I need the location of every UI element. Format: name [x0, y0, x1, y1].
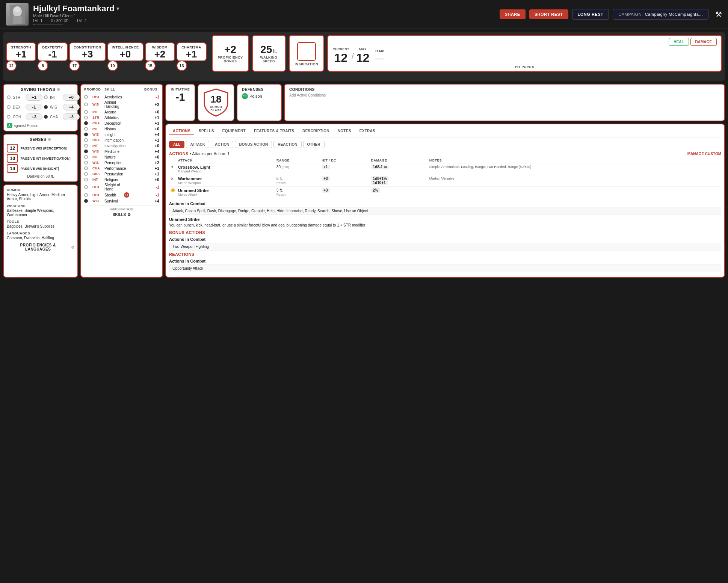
current-hp-label: CURRENT [332, 47, 349, 51]
skill-stealth: DEX Stealth D -1 [84, 192, 159, 198]
tab-actions[interactable]: ACTIONS [169, 127, 194, 135]
svg-point-2 [14, 6, 20, 12]
share-button[interactable]: SHARE [500, 9, 526, 19]
skill-performance: CHA Performance +1 [84, 166, 159, 171]
inspiration-box[interactable] [297, 42, 316, 61]
filter-reaction[interactable]: REACTION [273, 141, 301, 148]
table-row: ✊ Unarmed Strike Melee Attack 5 ft.Reach… [169, 187, 721, 198]
add-conditions-button[interactable]: Add Active Conditions [289, 93, 720, 97]
skill-athletics: STR Athletics +1 [84, 115, 159, 120]
skill-animal-handling: WIS Animal Handling +2 [84, 100, 159, 109]
header-actions: SHARE SHORT REST LONG REST CAMPAIGN: Cam… [500, 9, 722, 20]
abilities-and-stats-section: STRENGTH +1 12 DEXTERITY -1 8 CONSTITUTI… [3, 32, 725, 81]
tab-features-traits[interactable]: FEATURES & TRAITS [250, 127, 298, 135]
reactions-combat-box: Opportunity Attack [169, 264, 721, 272]
darkvision-text: Darkvision 60 ft. [7, 174, 74, 178]
cha-prof-dot [44, 115, 48, 119]
walking-value: 25 [260, 44, 272, 56]
con-score[interactable]: 17 [69, 60, 80, 71]
table-row: ✦ Crossbow, Light Ranged Weapon 80 (320)… [169, 163, 721, 175]
saving-throws-section: SAVING THROWS ⚙ STR +1 INT +0 [3, 84, 78, 131]
walking-unit: ft. [273, 48, 277, 54]
svg-rect-3 [13, 16, 22, 24]
filter-action[interactable]: ACTION [211, 141, 233, 148]
skills-gear[interactable]: ⚙ [127, 213, 131, 217]
campaign-button[interactable]: CAMPAIGN: Campaigny McCampaignfa... [613, 9, 708, 20]
int-prof-dot [44, 95, 48, 99]
prof-lang-gear[interactable]: ⚙ [71, 245, 75, 249]
filter-attack[interactable]: ATTACK [186, 141, 209, 148]
skills-section: PROF MOD SKILL BONUS DEX Acrobatics -1 W… [80, 84, 163, 278]
senses-title: SENSES ⚙ [7, 137, 74, 142]
con-prof-dot [7, 115, 11, 119]
armor-value: 18 [211, 94, 222, 105]
saving-throws-gear[interactable]: ⚙ [57, 88, 60, 92]
filter-other[interactable]: OTHER [303, 141, 325, 148]
damage-button[interactable]: DAMAGE [690, 38, 717, 46]
filter-all[interactable]: ALL [169, 141, 184, 148]
warhammer-icon: ✕ [171, 177, 174, 181]
skill-nature: INT Nature +0 [84, 155, 159, 159]
defense-poison: 🛡 Poison [242, 93, 276, 99]
saving-row-cha: CHA +3 [44, 113, 80, 120]
three-col-layout: SAVING THROWS ⚙ STR +1 INT +0 [3, 84, 725, 278]
tab-spells[interactable]: SPELLS [195, 127, 218, 135]
inspiration-card: INSPIRATION [289, 35, 325, 72]
abilities-row: STRENGTH +1 12 DEXTERITY -1 8 CONSTITUTI… [6, 35, 722, 72]
character-name: Hjulkyl Foamtankard ▾ [33, 4, 495, 14]
max-hp-label: MAX [356, 47, 370, 51]
heal-button[interactable]: HEAL [669, 38, 689, 46]
actions-in-combat-box: Attack, Cast a Spell, Dash, Disengage, D… [169, 207, 721, 215]
ability-card-dex: DEXTERITY -1 8 [38, 42, 68, 66]
left-column: SAVING THROWS ⚙ STR +1 INT +0 [3, 84, 78, 278]
name-dropdown-arrow[interactable]: ▾ [116, 6, 119, 12]
saving-row-con: CON +3 [7, 113, 42, 120]
walking-card: 25 ft. WALKING SPEED [252, 35, 286, 72]
initiative-value: -1 [171, 91, 190, 103]
ability-card-cha: CHARISMA +1 13 [177, 42, 207, 66]
combat-stats-row: INITIATIVE -1 18 ARMOR CLASS [165, 84, 725, 121]
temp-hp: — [375, 53, 384, 63]
armor-label1: ARMOR [210, 105, 222, 109]
filter-bonus-action[interactable]: BONUS ACTION [235, 141, 272, 148]
skill-perception: WIS Perception +2 [84, 160, 159, 165]
cha-score[interactable]: 13 [177, 60, 187, 71]
skill-persuasion: CHA Persuasion +1 [84, 172, 159, 176]
top-header: Hjulkyl Foamtankard ▾ Male Hill Dwarf Cl… [0, 0, 728, 29]
wis-score[interactable]: 15 [145, 60, 156, 71]
skill-sleight-of-hand: DEX Sleight of Hand -1 [84, 183, 159, 191]
saving-throws-grid: STR +1 INT +0 DEX -1 [7, 94, 74, 122]
tab-notes[interactable]: NOTES [334, 127, 355, 135]
skill-deception: CHA Deception +3 [84, 121, 159, 125]
main-content: STRENGTH +1 12 DEXTERITY -1 8 CONSTITUTI… [0, 29, 728, 281]
prof-lang-section: ARMOR Heavy Armor, Light Armor, Medium A… [3, 184, 78, 278]
skill-survival: WIS Survival +4 [84, 199, 159, 203]
crossbow-icon: ✦ [171, 165, 174, 169]
skill-intimidation: CHA Intimidation +1 [84, 138, 159, 142]
skill-arcana: INT Arcana +0 [84, 110, 159, 114]
manage-custom-button[interactable]: MANAGE CUSTOM [687, 152, 721, 156]
avatar [6, 3, 29, 26]
tab-description[interactable]: DESCRIPTION [299, 127, 333, 135]
saving-row-int: INT +0 [44, 94, 80, 101]
proficiency-sublabel: BONUS [224, 59, 237, 63]
short-rest-button[interactable]: SHORT REST [529, 9, 568, 19]
armor-card: 18 ARMOR CLASS [198, 84, 234, 121]
tab-equipment[interactable]: EQUIPMENT [219, 127, 249, 135]
hp-label: HIT POINTS [332, 65, 717, 69]
int-score[interactable]: 10 [107, 60, 118, 71]
dex-score[interactable]: 8 [38, 60, 48, 71]
proficiency-value: +2 [224, 44, 236, 56]
hp-section: HEAL DAMAGE CURRENT 12 / MAX 12 TEMP [327, 35, 722, 72]
armor-shield: 18 ARMOR CLASS [203, 88, 229, 118]
unarmed-icon: ✊ [171, 188, 175, 192]
ability-card-wis: WISDOM +2 15 [145, 42, 175, 66]
actions-main-tabs: ACTIONS SPELLS EQUIPMENT FEATURES & TRAI… [169, 127, 721, 138]
poison-icon: 🛡 [242, 93, 248, 99]
long-rest-button[interactable]: LONG REST [572, 9, 609, 20]
tab-extras[interactable]: EXTRAS [356, 127, 379, 135]
skills-additional: Additional Skills [84, 205, 159, 211]
skill-acrobatics: DEX Acrobatics -1 [84, 95, 159, 99]
str-score[interactable]: 12 [6, 60, 17, 71]
senses-gear[interactable]: ⚙ [48, 137, 51, 142]
